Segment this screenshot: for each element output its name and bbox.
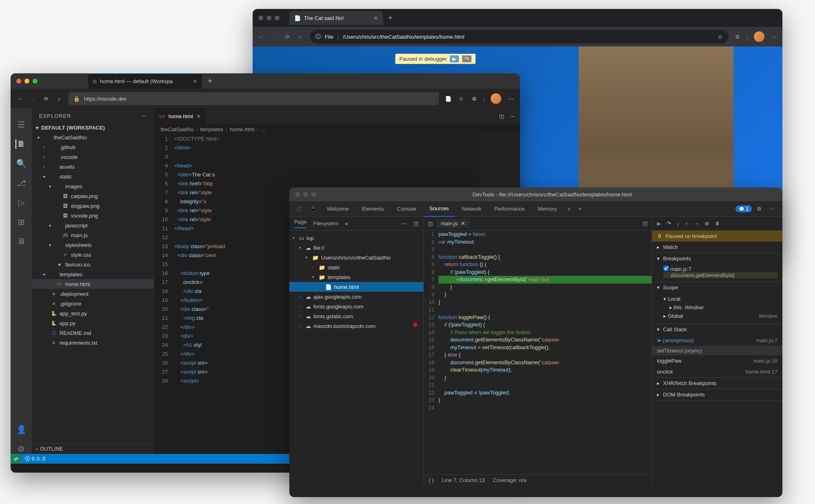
explorer-icon[interactable]: 🗎 — [15, 139, 25, 149]
tree-node[interactable]: ▾images — [32, 181, 154, 191]
page-tree-node[interactable]: ▾☁file:// — [289, 243, 423, 253]
new-tab-button[interactable]: + — [383, 13, 398, 23]
collapse-icon[interactable]: ◫ — [414, 220, 419, 227]
menu-icon[interactable]: ⋯ — [507, 96, 514, 102]
scope-global[interactable]: ▸ GlobalWindow — [663, 312, 778, 320]
panel-icon[interactable]: ◫ — [428, 220, 433, 227]
page-tree-node[interactable]: ▾▭top — [289, 233, 423, 243]
search-icon[interactable]: 🔍 — [16, 158, 26, 168]
close-dot[interactable] — [295, 192, 300, 197]
page-tree-node[interactable]: ›☁fonts.googleapis.com — [289, 302, 423, 311]
breakpoints-section[interactable]: ▾Breakpoints — [652, 253, 782, 264]
remote-indicator[interactable]: ⇄ — [11, 454, 22, 464]
tree-node[interactable]: ▾theCatSaidNo — [32, 132, 154, 142]
more-icon[interactable]: ⋯ — [141, 113, 147, 119]
close-icon[interactable]: ✕ — [461, 220, 465, 227]
avatar[interactable] — [754, 31, 764, 42]
page-tree-node[interactable]: ›☁maxcdn.bootstrapcdn.com — [289, 321, 423, 331]
tree-node[interactable]: ★favicon.ico — [32, 260, 154, 269]
tab-performance[interactable]: Performance — [489, 201, 530, 217]
favorite-icon[interactable]: ✩ — [718, 34, 722, 40]
tree-node[interactable]: <>home.html — [32, 279, 154, 289]
step-icon[interactable]: → — [694, 220, 699, 227]
account-icon[interactable]: 👤 — [16, 425, 26, 434]
close-icon[interactable]: ✕ — [374, 15, 378, 21]
breakpoint-item[interactable]: main.js:7 — [663, 266, 778, 272]
reload-icon[interactable]: ⟳ — [284, 34, 291, 40]
page-tree-node[interactable]: ▾📁Users/chris/src/theCatSaidNo — [289, 253, 423, 262]
device-icon[interactable]: 📱 — [306, 206, 319, 212]
min-dot[interactable] — [303, 192, 308, 197]
tree-node[interactable]: ▾templates — [32, 269, 154, 279]
page-tree-node[interactable]: 📄home.html — [289, 282, 423, 292]
chevron-right-icon[interactable]: » — [564, 206, 574, 212]
reader-icon[interactable]: 📄 — [445, 96, 452, 102]
page-tree-node[interactable]: ›☁ajax.googleapis.com — [289, 292, 423, 302]
plus-icon[interactable]: + — [575, 206, 585, 212]
tab-elements[interactable]: Elements — [356, 201, 390, 217]
settings-icon[interactable]: ⚙ — [753, 206, 765, 212]
tree-node[interactable]: ⓘREADME.md — [32, 328, 154, 338]
new-tab-button[interactable]: + — [202, 77, 218, 86]
scope-this[interactable]: ▸ this: Window — [663, 303, 778, 312]
issues-badge[interactable]: 💬 1 — [736, 205, 752, 212]
reload-icon[interactable]: ⟳ — [42, 96, 50, 102]
workspace-header[interactable]: ▾ DEFAULT (WORKSPACE) — [32, 123, 154, 132]
debug-icon[interactable]: ▷ — [18, 198, 24, 207]
settings-icon[interactable]: ⚙ — [18, 444, 25, 454]
max-dot[interactable] — [33, 79, 37, 84]
close-dot[interactable] — [16, 79, 21, 84]
split-icon[interactable]: ◫ — [499, 113, 504, 119]
browser-tab[interactable]: 📄 The Cat said No! ✕ — [289, 11, 383, 25]
watch-section[interactable]: ▸Watch — [652, 242, 782, 253]
tree-node[interactable]: ≡.gitignore — [32, 299, 154, 308]
back-icon[interactable]: ← — [16, 96, 24, 102]
tree-node[interactable]: ›.vscode — [32, 152, 154, 162]
callstack-frame[interactable]: togglePawmain.js:16 — [652, 355, 782, 366]
more-icon[interactable]: ⋯ — [510, 113, 515, 119]
scope-section[interactable]: ▾Scope — [652, 282, 782, 293]
step-into-icon[interactable]: ↓ — [677, 220, 680, 227]
callstack-frame[interactable]: onclickhome.html:17 — [652, 366, 782, 377]
tree-node[interactable]: 🐍app_test.py — [32, 308, 154, 318]
info-icon[interactable]: ⓘ — [315, 33, 321, 40]
callstack-frame[interactable]: ➤ (anonymous)main.js:7 — [652, 335, 782, 346]
tree-node[interactable]: 🖼dogpaw.png — [32, 201, 154, 211]
tab-sources[interactable]: Sources — [424, 201, 455, 217]
max-dot[interactable] — [311, 192, 316, 197]
avatar[interactable] — [491, 93, 501, 104]
window-tab[interactable]: ⧉ home.html — default (Workspa ✕ — [88, 73, 202, 89]
source-code[interactable]: 123456789101112131415161718192021222324 … — [424, 231, 652, 474]
extensions-icon[interactable]: ⚙ — [471, 96, 478, 102]
remote-icon[interactable]: 🖥 — [17, 237, 25, 246]
min-dot[interactable] — [267, 15, 271, 20]
step-over-icon[interactable]: ↷ — [667, 220, 671, 227]
extensions-icon[interactable]: ⊞ — [18, 217, 25, 227]
bp-checkbox[interactable] — [663, 266, 669, 271]
tab-console[interactable]: Console — [391, 201, 422, 217]
tab-page[interactable]: Page — [294, 219, 306, 228]
extensions-icon[interactable]: ⚙ — [734, 34, 741, 40]
resume-icon[interactable]: ▶ — [450, 55, 459, 62]
menu-icon[interactable]: ☰ — [18, 120, 25, 130]
tab-welcome[interactable]: Welcome — [321, 201, 355, 217]
tree-node[interactable]: 🖼vscode.png — [32, 211, 154, 220]
forward-icon[interactable]: → — [29, 96, 37, 102]
scope-local[interactable]: ▾ Local — [663, 295, 778, 303]
tree-node[interactable]: ▾javascript — [32, 220, 154, 230]
tree-node[interactable]: 🖼catpaw.png — [32, 191, 154, 201]
deactivate-bp-icon[interactable]: ⊘ — [705, 220, 709, 227]
tree-node[interactable]: ›.github — [32, 142, 154, 152]
source-control-icon[interactable]: ⎇ — [17, 178, 26, 188]
tab-memory[interactable]: Memory — [532, 201, 563, 217]
max-dot[interactable] — [275, 15, 280, 20]
step-out-icon[interactable]: ↑ — [685, 220, 688, 227]
tree-node[interactable]: ▾static — [32, 172, 154, 181]
pause-exc-icon[interactable]: ⏸ — [715, 220, 720, 227]
source-tab[interactable]: main.js ✕ — [437, 219, 469, 228]
callstack-section[interactable]: ▾Call Stack — [652, 324, 782, 335]
menu-icon[interactable]: ⋯ — [770, 34, 778, 40]
forward-icon[interactable]: → — [271, 34, 278, 40]
more-icon[interactable]: ⋯ — [767, 206, 778, 212]
chevron-right-icon[interactable]: » — [345, 220, 348, 227]
